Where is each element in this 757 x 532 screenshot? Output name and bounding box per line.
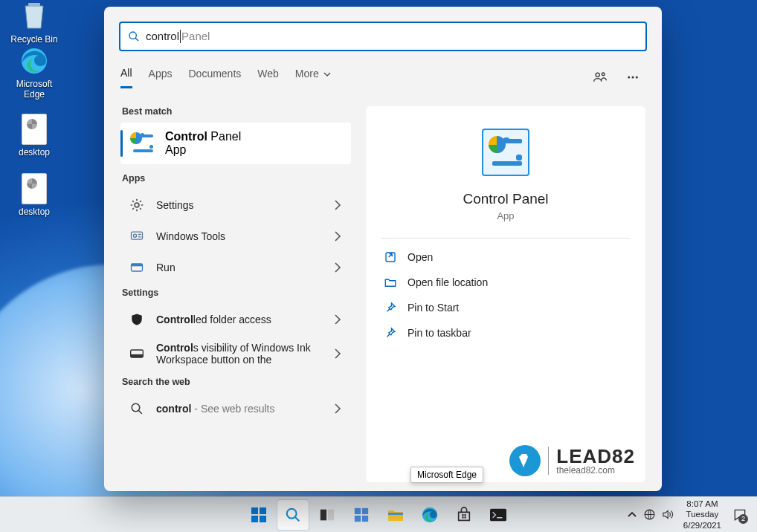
search-input[interactable]: control Panel — [119, 22, 647, 51]
chevron-right-icon — [332, 230, 344, 242]
svg-rect-36 — [464, 516, 466, 518]
store-icon — [456, 507, 472, 523]
svg-line-3 — [135, 38, 138, 41]
desktop-icon-file[interactable]: desktop — [4, 113, 64, 158]
desktop-icon-recycle-bin[interactable]: Recycle Bin — [4, 0, 64, 45]
recycle-bin-icon — [18, 0, 51, 33]
globe-icon — [643, 508, 656, 521]
preview-title: Control Panel — [463, 191, 548, 207]
tab-more[interactable]: More — [295, 68, 331, 87]
action-open[interactable]: Open — [381, 244, 631, 270]
svg-point-8 — [636, 77, 638, 79]
watermark: LEAD82 thelead82.com — [509, 445, 635, 476]
svg-line-24 — [295, 516, 300, 521]
folder-icon — [384, 276, 397, 289]
section-header-apps: Apps — [122, 173, 351, 184]
windows-logo-icon — [250, 506, 268, 524]
svg-rect-21 — [251, 516, 258, 522]
taskbar-app-store[interactable] — [448, 500, 480, 530]
desktop-icon-label: desktop — [4, 147, 64, 158]
result-setting-folder-access[interactable]: Controlled folder access — [120, 304, 351, 335]
taskbar-search-button[interactable] — [277, 500, 309, 530]
text-caret — [180, 30, 181, 43]
tab-web[interactable]: Web — [257, 68, 279, 87]
chevron-right-icon — [332, 403, 344, 415]
taskbar-icon — [128, 345, 146, 363]
svg-point-7 — [632, 77, 634, 79]
chevron-right-icon — [332, 199, 344, 211]
result-app-windows-tools[interactable]: Windows Tools — [120, 221, 351, 252]
svg-point-9 — [135, 203, 139, 207]
widgets-icon — [353, 507, 370, 523]
speaker-icon — [661, 508, 674, 521]
file-icon — [18, 172, 51, 205]
taskbar-tooltip: Microsoft Edge — [410, 467, 483, 483]
tray-volume-button[interactable] — [660, 500, 676, 530]
result-web-search[interactable]: control - See web results — [120, 393, 351, 424]
result-best-match[interactable]: Control Panel App — [120, 123, 351, 164]
svg-rect-35 — [462, 516, 463, 518]
action-pin-to-start[interactable]: Pin to Start — [381, 295, 631, 320]
start-button[interactable] — [243, 500, 274, 530]
taskbar-clock[interactable]: 8:07 AM Tuesday 6/29/2021 — [677, 499, 727, 531]
watermark-logo-icon — [509, 445, 541, 476]
tab-documents[interactable]: Documents — [188, 68, 241, 87]
tray-overflow-button[interactable] — [624, 500, 640, 530]
result-app-run[interactable]: Run — [120, 252, 351, 283]
action-pin-to-taskbar[interactable]: Pin to taskbar — [381, 320, 631, 346]
taskbar-app-terminal[interactable] — [483, 500, 514, 530]
desktop-icon-edge[interactable]: Microsoft Edge — [4, 45, 64, 100]
tab-all[interactable]: All — [120, 67, 132, 88]
tab-apps[interactable]: Apps — [149, 68, 173, 87]
svg-rect-29 — [355, 515, 361, 521]
svg-rect-20 — [260, 507, 266, 514]
desktop-icon-file[interactable]: desktop — [4, 172, 64, 217]
control-panel-icon — [482, 129, 529, 176]
svg-rect-25 — [320, 509, 326, 520]
svg-rect-28 — [362, 507, 368, 513]
tray-network-button[interactable] — [642, 500, 658, 530]
file-explorer-icon — [387, 507, 405, 522]
search-options-button[interactable] — [620, 65, 645, 90]
task-view-button[interactable] — [312, 500, 343, 530]
taskbar-app-edge[interactable] — [414, 500, 445, 530]
search-typed-text: control — [146, 30, 179, 43]
svg-rect-15 — [131, 354, 144, 357]
svg-point-11 — [133, 234, 136, 237]
svg-point-6 — [628, 77, 630, 79]
svg-line-17 — [138, 410, 142, 414]
svg-rect-33 — [462, 514, 463, 516]
chevron-up-icon — [627, 510, 637, 520]
search-autocomplete-suggestion: Panel — [181, 30, 210, 43]
svg-rect-13 — [132, 264, 143, 266]
run-icon — [128, 259, 146, 276]
taskbar-app-explorer[interactable] — [380, 500, 411, 530]
notification-badge: 2 — [738, 514, 748, 524]
search-icon — [285, 507, 301, 523]
people-icon — [593, 70, 608, 85]
start-search-flyout: control Panel All Apps Documents Web Mor… — [104, 7, 662, 491]
preview-pane: Control Panel App Open Open file locatio… — [366, 106, 645, 482]
svg-point-23 — [287, 508, 297, 518]
result-app-settings[interactable]: Settings — [120, 189, 351, 221]
svg-rect-22 — [260, 516, 266, 522]
control-panel-icon — [129, 131, 155, 156]
chevron-right-icon — [332, 262, 344, 273]
action-open-file-location[interactable]: Open file location — [381, 270, 631, 295]
file-icon — [18, 113, 51, 146]
svg-point-16 — [132, 403, 140, 412]
ellipsis-icon — [626, 71, 640, 84]
notification-center-button[interactable]: 2 — [729, 500, 751, 530]
svg-rect-37 — [490, 508, 506, 521]
preview-subtitle: App — [497, 210, 514, 221]
search-org-button[interactable] — [587, 65, 613, 90]
section-header-settings: Settings — [122, 288, 351, 298]
result-setting-ink-workspace[interactable]: Controls visibility of Windows Ink Works… — [120, 335, 351, 372]
widgets-button[interactable] — [346, 500, 377, 530]
svg-rect-19 — [251, 507, 258, 514]
desktop-icon-label: desktop — [4, 207, 64, 217]
svg-rect-30 — [362, 515, 368, 521]
search-icon — [128, 30, 140, 42]
terminal-icon — [490, 508, 506, 522]
desktop-icon-label: Microsoft Edge — [4, 79, 64, 100]
